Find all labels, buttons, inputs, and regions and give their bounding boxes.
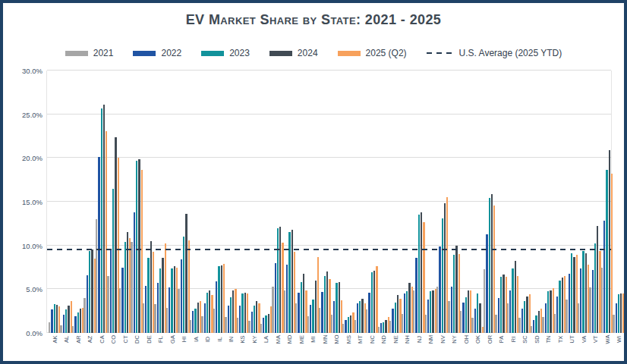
bar-wi-2025-q2-	[622, 293, 624, 333]
bar-group-de: DE	[143, 71, 154, 333]
bar-nj-2022	[415, 258, 417, 333]
bar-id-2023	[206, 293, 208, 333]
bar-ok-2023	[477, 293, 478, 333]
bar-mt-2023	[359, 301, 361, 333]
bar-ma-2023	[277, 228, 279, 333]
bar-group-sc: SC	[518, 71, 530, 333]
bar-group-co: CO	[107, 71, 118, 333]
x-axis-tick-label: TX	[556, 336, 563, 344]
bar-ct-2024	[127, 232, 128, 333]
legend-swatch-icon	[65, 51, 88, 56]
bar-sd-2021	[531, 326, 532, 333]
x-axis-tick-label: CO	[110, 335, 117, 344]
bar-wi-2022	[616, 303, 617, 333]
bar-group-ga: GA	[166, 71, 178, 333]
x-axis-tick-label: AZ	[87, 336, 93, 344]
bar-hi-2021	[178, 289, 179, 333]
chart-title: EV Market Share by State: 2021 - 2025	[3, 12, 624, 28]
bar-ut-2021	[566, 300, 567, 333]
bar-sd-2022	[533, 320, 534, 333]
bar-vt-2024	[597, 226, 598, 333]
x-axis-tick-label: HI	[181, 337, 187, 343]
bar-tn-2023	[547, 291, 549, 333]
bar-group-ma: MA	[272, 71, 283, 333]
bar-group-nc: NC	[366, 71, 377, 333]
bar-group-ut: UT	[566, 71, 577, 333]
bar-tx-2022	[556, 297, 558, 333]
bar-wi-2023	[618, 294, 619, 333]
bar-nc-2022	[368, 293, 370, 333]
bar-mt-2021	[354, 320, 356, 333]
bar-group-vt: VT	[589, 71, 600, 333]
bar-group-dc: DC	[131, 71, 142, 333]
x-axis-tick-label: WI	[615, 336, 622, 343]
bar-ct-2022	[121, 268, 123, 334]
x-axis-tick-label: TN	[545, 336, 552, 344]
bar-group-sd: SD	[531, 71, 542, 333]
bar-ar-2024	[80, 309, 81, 333]
bar-group-mo: MO	[331, 71, 342, 333]
bar-ri-2024	[515, 261, 516, 333]
x-axis-tick-label: IA	[192, 337, 199, 342]
bar-ny-2023	[453, 255, 455, 333]
legend-item-us-average: U.S. Average (2025 YTD)	[427, 48, 562, 58]
bar-sc-2023	[524, 301, 525, 333]
bar-ar-2022	[74, 316, 76, 333]
legend-swatch-icon	[338, 51, 361, 56]
bar-sc-2022	[521, 309, 523, 333]
bar-nm-2021	[425, 315, 427, 333]
bar-group-ok: OK	[471, 71, 483, 333]
bar-mn-2024	[326, 271, 328, 333]
bar-tn-2022	[545, 303, 547, 333]
bar-nv-2021	[436, 287, 438, 333]
bar-wa-2021	[601, 268, 603, 334]
legend-swatch-icon	[201, 51, 224, 56]
bar-pa-2022	[498, 298, 499, 333]
chart-legend: 20212022202320242025 (Q2)U.S. Average (2…	[18, 46, 609, 61]
bar-oh-2022	[462, 303, 464, 333]
bar-oh-2024	[468, 290, 469, 334]
bar-group-pa: PA	[495, 71, 506, 333]
bar-group-ks: KS	[237, 71, 248, 333]
bar-la-2021	[260, 324, 262, 333]
bar-me-2024	[303, 274, 304, 333]
bar-ga-2024	[174, 266, 175, 333]
y-axis-tick-label: 10.0%	[22, 241, 43, 249]
bar-la-2022	[263, 318, 264, 333]
bar-az-2022	[87, 275, 88, 333]
bar-or-2024	[491, 194, 493, 333]
bar-group-az: AZ	[83, 71, 95, 333]
bar-nc-2021	[366, 309, 367, 333]
bar-ca-2022	[98, 157, 99, 333]
bar-md-2024	[291, 230, 293, 333]
x-axis-tick-label: NC	[368, 335, 375, 344]
x-axis-tick-label: FL	[157, 336, 164, 343]
bar-ne-2022	[392, 309, 393, 333]
bar-nc-2024	[373, 271, 375, 333]
bar-al-2023	[65, 309, 67, 333]
bar-mo-2022	[333, 301, 335, 333]
bar-nm-2022	[427, 300, 429, 333]
bar-ky-2024	[256, 301, 257, 333]
bar-ca-2023	[101, 108, 102, 333]
bar-group-tx: TX	[554, 71, 566, 333]
x-axis-tick-label: OR	[486, 335, 493, 344]
bar-ms-2021	[342, 324, 344, 333]
x-axis-tick-label: OK	[474, 335, 481, 344]
bar-group-id: ID	[201, 71, 213, 333]
bar-va-2022	[580, 268, 581, 333]
legend-item-2024: 2024	[269, 48, 318, 58]
x-axis-tick-label: NE	[392, 335, 399, 343]
bar-wa-2024	[609, 150, 610, 333]
bar-mt-2024	[361, 299, 363, 333]
legend-label: 2021	[93, 48, 114, 58]
bar-ny-2024	[455, 246, 457, 333]
bar-ma-2022	[275, 263, 276, 333]
x-axis-tick-label: MI	[310, 336, 317, 342]
bar-mn-2021	[319, 308, 320, 333]
bar-group-ca: CA	[96, 71, 107, 333]
bar-md-2021	[284, 290, 285, 334]
bar-va-2023	[582, 251, 584, 333]
bar-group-wa: WA	[601, 71, 613, 333]
x-axis-tick-label: IN	[228, 337, 235, 343]
